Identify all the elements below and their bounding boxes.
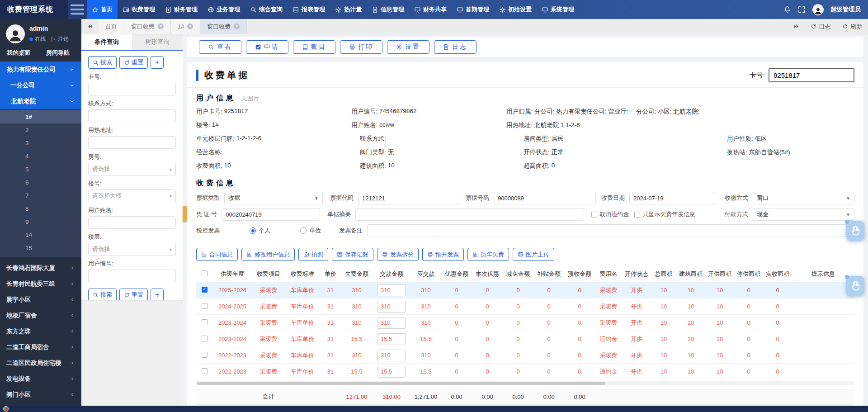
- settings-button[interactable]: 设置: [387, 40, 429, 54]
- history-arrears-button[interactable]: 历年欠费: [467, 248, 509, 261]
- receipt-no-input[interactable]: [494, 192, 596, 204]
- pre-invoice-button[interactable]: 预开发票: [422, 248, 464, 261]
- bell-icon[interactable]: [783, 6, 791, 14]
- fee-row-2[interactable]: 2024-2025采暖费车库单价3131031000000采暖费开供101010…: [196, 298, 854, 315]
- edit-user-button[interactable]: 修改用户信息: [241, 248, 295, 261]
- fee-row-4[interactable]: 2023-2024采暖费车库单价3115.515.500000违约金开供1010…: [196, 331, 854, 347]
- menu-item-12[interactable]: 系统管理: [537, 0, 579, 19]
- log-button[interactable]: 日志: [434, 40, 476, 54]
- logout-icon[interactable]: [50, 36, 56, 42]
- menu-item-8[interactable]: 信息管理: [367, 0, 409, 19]
- page-tab-3[interactable]: 1#✕: [171, 19, 200, 34]
- touch-assist-button[interactable]: [846, 276, 864, 296]
- image-upload-button[interactable]: 图片上传: [513, 248, 554, 261]
- building-item-9[interactable]: 9: [0, 215, 81, 228]
- apply-button[interactable]: 申请: [246, 40, 288, 54]
- cancel-penalty-checkbox[interactable]: 取消违约金: [591, 210, 629, 218]
- fee-row-5[interactable]: 2022-2023采暖费车库单价3131031000000采暖费开供101010…: [196, 347, 854, 364]
- quick-link-desktop[interactable]: 我的桌面: [7, 49, 30, 57]
- tabs-scroll-left-icon[interactable]: [81, 19, 99, 34]
- filter-field-select[interactable]: 请选择大楼▾: [88, 189, 176, 202]
- menu-item-11[interactable]: 初始设置: [494, 0, 537, 19]
- building-item-4[interactable]: 4: [0, 150, 81, 163]
- tab-close-icon[interactable]: ✕: [158, 24, 164, 29]
- menu-item-2[interactable]: 收费管理: [118, 0, 160, 19]
- community-group-1[interactable]: 长春鸿石国际大厦: [0, 260, 81, 276]
- receipt-type-select[interactable]: 收据▼: [224, 192, 323, 204]
- add-condition-button-bottom[interactable]: +: [151, 289, 164, 301]
- add-condition-button[interactable]: +: [151, 56, 164, 69]
- touch-assist-button[interactable]: [846, 221, 864, 241]
- voucher-input[interactable]: [222, 208, 320, 221]
- tab-action-2[interactable]: 刷新: [836, 19, 868, 34]
- search-button[interactable]: 搜索: [88, 56, 117, 69]
- page-tab-2[interactable]: 窗口收费✕: [124, 19, 171, 34]
- print-button[interactable]: 打印: [340, 40, 382, 54]
- menu-item-1[interactable]: 首页: [87, 0, 118, 19]
- menu-item-4[interactable]: 业务管理: [203, 0, 245, 19]
- current-user-name[interactable]: 超级管理员: [830, 5, 861, 14]
- panel-collapse-handle[interactable]: [183, 206, 187, 222]
- save-posting-button[interactable]: 保存记账: [332, 248, 373, 261]
- building-item-1#[interactable]: 1#: [0, 110, 81, 123]
- collect-method-select[interactable]: 窗口▼: [753, 192, 854, 204]
- menu-item-7[interactable]: 热计量: [330, 0, 367, 19]
- filter-field-input[interactable]: [88, 109, 176, 122]
- building-item-6[interactable]: 6: [0, 176, 81, 189]
- receipt-code-input[interactable]: [358, 192, 460, 204]
- charge-date-input[interactable]: [629, 192, 715, 204]
- row-checkbox[interactable]: [202, 336, 208, 341]
- row-checkbox[interactable]: [202, 287, 208, 293]
- hamburger-menu-icon[interactable]: [68, 0, 87, 19]
- browser-tray-icon[interactable]: [3, 406, 9, 412]
- building-item-3[interactable]: 3: [0, 137, 81, 150]
- community-group-4[interactable]: 地板厂宿舍: [0, 308, 81, 323]
- building-item-5[interactable]: 5: [0, 163, 81, 176]
- personal-radio[interactable]: 个人: [250, 227, 270, 235]
- payment-input[interactable]: [377, 333, 406, 345]
- pay-method-select[interactable]: 现金▼: [753, 208, 854, 221]
- filter-field-input[interactable]: [88, 83, 176, 95]
- page-tab-4[interactable]: 窗口收费✕: [200, 19, 247, 34]
- building-item-7[interactable]: 7: [0, 189, 81, 202]
- contract-info-button[interactable]: 合同信息: [196, 248, 238, 261]
- row-checkbox[interactable]: [202, 368, 208, 374]
- payment-input[interactable]: [377, 284, 406, 296]
- fullscreen-icon[interactable]: [798, 6, 806, 14]
- community-group-8[interactable]: 发电设备: [0, 371, 81, 387]
- building-item-8[interactable]: 8: [0, 202, 81, 215]
- filter-field-select[interactable]: 请选择▾: [88, 163, 176, 175]
- filter-field-input[interactable]: [88, 136, 176, 149]
- menu-item-5[interactable]: 综合查询: [245, 0, 288, 19]
- building-item-14[interactable]: 14: [0, 228, 81, 242]
- scrollbar-thumb[interactable]: [197, 382, 605, 385]
- payment-input[interactable]: [377, 366, 406, 378]
- row-checkbox[interactable]: [202, 352, 208, 358]
- reset-button[interactable]: 重置: [119, 56, 148, 69]
- tree-node-community[interactable]: 北航老院: [0, 93, 81, 109]
- filter-field-input[interactable]: [88, 270, 176, 282]
- filter-field-select[interactable]: 请选择▾: [88, 243, 176, 256]
- summary-input[interactable]: [355, 208, 584, 221]
- building-item-15[interactable]: 15: [0, 242, 81, 255]
- quick-link-room-nav[interactable]: 房间导航: [46, 49, 70, 57]
- only-arrears-checkbox[interactable]: 只显示欠费年度信息: [634, 210, 695, 218]
- menu-item-6[interactable]: 报表管理: [288, 0, 330, 19]
- sidebar-avatar[interactable]: [6, 24, 25, 43]
- community-group-3[interactable]: 晨宇小区: [0, 292, 81, 308]
- menu-item-3[interactable]: 财务管理: [160, 0, 203, 19]
- tab-close-icon[interactable]: ✕: [187, 24, 193, 29]
- user-avatar[interactable]: [812, 4, 824, 15]
- view-button[interactable]: 查看: [199, 40, 241, 54]
- community-group-7[interactable]: 二道区民政局住宅楼: [0, 355, 81, 371]
- tab-tree-query[interactable]: 树形查询: [132, 34, 183, 50]
- accounts-button[interactable]: 账目: [293, 40, 335, 54]
- invoice-note-input[interactable]: [367, 224, 854, 237]
- payment-input[interactable]: [377, 301, 406, 313]
- community-group-6[interactable]: 二道工商局宿舍: [0, 339, 81, 355]
- card-no-input[interactable]: [769, 68, 854, 82]
- tabs-scroll-right-icon[interactable]: [788, 19, 805, 34]
- building-item-2[interactable]: 2: [0, 123, 81, 137]
- community-group-9[interactable]: 阀门小区: [0, 387, 81, 403]
- menu-item-9[interactable]: 财务共享: [409, 0, 452, 19]
